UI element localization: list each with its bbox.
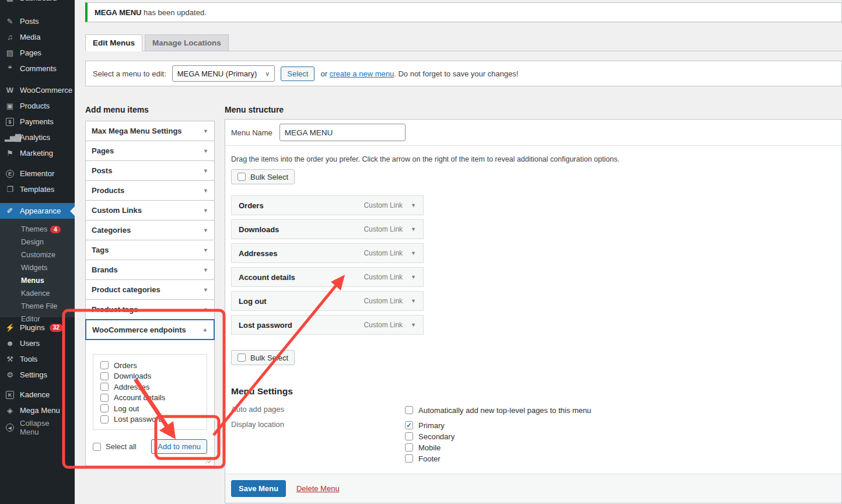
select-menu-label: Select a menu to edit: bbox=[93, 69, 166, 78]
submenu-item-theme-file-editor[interactable]: Theme File Editor bbox=[0, 300, 75, 313]
menu-structure-title: Menu structure bbox=[225, 106, 842, 114]
menu-items-list: Orders Custom Link▼ Downloads Custom Lin… bbox=[231, 195, 424, 335]
sidebar-item-mega-menu[interactable]: ◈ Mega Menu bbox=[0, 402, 75, 418]
sidebar-item-media[interactable]: ♫ Media bbox=[0, 29, 75, 45]
sidebar-item-marketing[interactable]: ⚑ Marketing bbox=[0, 145, 75, 161]
chevron-down-icon[interactable]: ▼ bbox=[411, 298, 416, 304]
create-new-menu-link[interactable]: create a new menu bbox=[330, 69, 394, 78]
menu-dropdown[interactable]: MEGA MENU (Primary) ∨ bbox=[172, 65, 275, 82]
menu-item-account-details[interactable]: Account details Custom Link▼ bbox=[231, 267, 424, 287]
collapse-arrow-icon: ◀ bbox=[5, 423, 15, 432]
bulk-select-toggle-top[interactable]: Bulk Select bbox=[231, 169, 295, 184]
delete-menu-link[interactable]: Delete Menu bbox=[296, 484, 340, 493]
chevron-down-icon[interactable]: ▼ bbox=[411, 226, 416, 232]
submenu-item-kadence[interactable]: Kadence bbox=[0, 287, 75, 300]
submenu-item-themes[interactable]: Themes4 bbox=[0, 223, 75, 236]
endpoint-option-account-details: Account details bbox=[100, 393, 200, 403]
log-out-checkbox[interactable] bbox=[100, 404, 109, 412]
plugin-icon: ⚡ bbox=[5, 324, 15, 331]
sidebar-item-dashboard[interactable]: ▦ Dashboard bbox=[0, 0, 75, 6]
endpoint-option-downloads: Downloads bbox=[100, 371, 200, 382]
sidebar-item-label: Collapse Menu bbox=[20, 419, 70, 436]
sidebar-item-templates[interactable]: ❐ Templates bbox=[0, 181, 75, 197]
sidebar-item-analytics[interactable]: ▂▅▇ Analytics bbox=[0, 130, 75, 145]
menu-name-label: Menu Name bbox=[231, 128, 272, 137]
comments-icon: ❝ bbox=[5, 65, 15, 72]
accordion-pages[interactable]: Pages ▼ bbox=[85, 141, 215, 161]
sidebar-item-products[interactable]: ▣ Products bbox=[0, 98, 75, 114]
accordion-tags[interactable]: Tags ▼ bbox=[85, 240, 215, 260]
settings-icon: ⚙ bbox=[5, 371, 15, 379]
sidebar-item-posts[interactable]: ✎ Posts bbox=[0, 13, 75, 29]
auto-add-pages-checkbox[interactable] bbox=[405, 406, 413, 414]
sidebar-item-payments[interactable]: $ Payments bbox=[0, 114, 75, 130]
menu-item-log-out[interactable]: Log out Custom Link▼ bbox=[231, 291, 424, 311]
sidebar-item-label: Kadence bbox=[20, 390, 50, 399]
sidebar-item-settings[interactable]: ⚙ Settings bbox=[0, 367, 75, 383]
bulk-select-checkbox[interactable] bbox=[237, 354, 246, 362]
orders-checkbox[interactable] bbox=[100, 361, 109, 369]
chevron-down-icon[interactable]: ▼ bbox=[411, 322, 416, 328]
submenu-item-design[interactable]: Design bbox=[0, 236, 75, 249]
accordion-max-mega-menu-settings[interactable]: Max Mega Menu Settings ▼ bbox=[85, 121, 215, 141]
menu-item-addresses[interactable]: Addresses Custom Link▼ bbox=[231, 243, 424, 263]
sidebar-item-label: Payments bbox=[20, 117, 54, 126]
chevron-up-icon: ▲ bbox=[202, 327, 208, 332]
menu-name-input[interactable] bbox=[279, 124, 406, 141]
resize-grip-icon[interactable] bbox=[205, 459, 211, 463]
sidebar-item-kadence[interactable]: K Kadence bbox=[0, 387, 75, 402]
submenu-item-widgets[interactable]: Widgets bbox=[0, 261, 75, 274]
accordion-posts[interactable]: Posts ▼ bbox=[85, 160, 215, 181]
downloads-checkbox[interactable] bbox=[100, 372, 109, 380]
addresses-checkbox[interactable] bbox=[100, 383, 109, 391]
account-details-checkbox[interactable] bbox=[100, 394, 109, 402]
secondary-location-checkbox[interactable] bbox=[405, 432, 413, 440]
accordion-woocommerce-endpoints[interactable]: WooCommerce endpoints ▲ bbox=[85, 319, 215, 340]
primary-location-checkbox[interactable] bbox=[405, 421, 413, 429]
display-location-options: Primary Secondary Mobile bbox=[405, 420, 455, 464]
accordion-custom-links[interactable]: Custom Links ▼ bbox=[85, 200, 215, 220]
chevron-down-icon[interactable]: ▼ bbox=[411, 202, 416, 208]
lost-password-checkbox[interactable] bbox=[100, 415, 109, 424]
bulk-select-toggle-bottom[interactable]: Bulk Select bbox=[231, 350, 295, 365]
accordion-product-tags[interactable]: Product tags ▼ bbox=[85, 299, 215, 320]
sidebar-item-collapse-menu[interactable]: ◀ Collapse Menu bbox=[0, 419, 75, 435]
tab-manage-locations[interactable]: Manage Locations bbox=[145, 34, 229, 51]
sidebar-item-comments[interactable]: ❝ Comments bbox=[0, 61, 75, 76]
accordion-product-categories[interactable]: Product categories ▼ bbox=[85, 279, 215, 300]
chevron-down-icon: ▼ bbox=[203, 188, 208, 194]
auto-add-pages-row: Auto add pages Automatically add new top… bbox=[231, 405, 836, 415]
select-menu-button[interactable]: Select bbox=[281, 66, 315, 81]
footer-location-checkbox[interactable] bbox=[405, 454, 413, 463]
sidebar-item-woocommerce[interactable]: W WooCommerce bbox=[0, 82, 75, 98]
chevron-down-icon: ▼ bbox=[203, 208, 208, 214]
chevron-down-icon[interactable]: ▼ bbox=[411, 250, 416, 256]
menu-item-lost-password[interactable]: Lost password Custom Link▼ bbox=[231, 315, 424, 335]
add-to-menu-button[interactable]: Add to menu bbox=[151, 439, 207, 454]
accordion-products[interactable]: Products ▼ bbox=[85, 180, 215, 201]
accordion-brands[interactable]: Brands ▼ bbox=[85, 260, 215, 280]
themes-update-badge: 4 bbox=[50, 226, 61, 233]
tab-edit-menus[interactable]: Edit Menus bbox=[85, 34, 142, 51]
sidebar-item-label: Posts bbox=[20, 17, 39, 26]
accordion-categories[interactable]: Categories ▼ bbox=[85, 220, 215, 240]
sidebar-item-users[interactable]: ☻ Users bbox=[0, 335, 75, 351]
create-menu-text: or create a new menu. Do not forget to s… bbox=[320, 69, 518, 78]
sidebar-item-appearance[interactable]: ✐ Appearance bbox=[0, 203, 75, 219]
menu-item-orders[interactable]: Orders Custom Link▼ bbox=[231, 195, 424, 215]
mobile-location-checkbox[interactable] bbox=[405, 443, 413, 452]
chevron-down-icon[interactable]: ▼ bbox=[411, 274, 416, 280]
sidebar-item-elementor[interactable]: E Elementor bbox=[0, 166, 75, 181]
sidebar-item-tools[interactable]: ⚒ Tools bbox=[0, 351, 75, 367]
sidebar-item-pages[interactable]: ▤ Pages bbox=[0, 45, 75, 61]
menu-item-downloads[interactable]: Downloads Custom Link▼ bbox=[231, 219, 424, 239]
bulk-select-checkbox[interactable] bbox=[237, 173, 246, 181]
submenu-item-customize[interactable]: Customize bbox=[0, 249, 75, 261]
auto-add-pages-option: Automatically add new top-level pages to… bbox=[405, 405, 591, 415]
location-option-secondary: Secondary bbox=[405, 431, 455, 442]
save-menu-button[interactable]: Save Menu bbox=[231, 480, 286, 497]
select-all-checkbox[interactable] bbox=[93, 443, 101, 451]
pin-icon: ✎ bbox=[5, 18, 15, 25]
submenu-item-menus[interactable]: Menus bbox=[0, 274, 75, 287]
location-option-mobile: Mobile bbox=[405, 442, 455, 453]
